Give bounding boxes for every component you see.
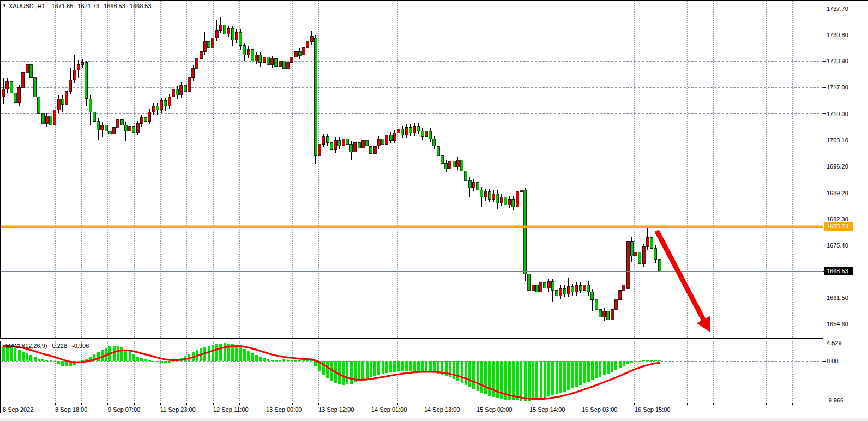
- price-axis-label: 1661.50: [827, 294, 848, 302]
- macd-histogram: [2, 343, 661, 401]
- window-bottom-strip: [0, 418, 868, 421]
- time-axis-label: 9 Sep 07:00: [108, 406, 140, 413]
- time-axis-label: 8 Sep 2022: [3, 406, 33, 413]
- time-axis-label: 13 Sep 12:00: [318, 406, 354, 413]
- symbol-timeframe-label: XAUUSD-,H1: [9, 2, 45, 10]
- symbol-dropdown-icon[interactable]: ▼: [2, 2, 7, 10]
- quote-high: 1671.73: [77, 2, 99, 10]
- chart-header: ▼ XAUUSD-,H1 1671.65 1671.73 1668.53 166…: [2, 2, 156, 10]
- price-axis-label: 1696.20: [827, 163, 848, 170]
- orange-price-tag: 1680.23: [824, 222, 853, 231]
- macd-axis-max: 4.529: [827, 339, 842, 347]
- price-axis-label: 1675.40: [827, 242, 848, 249]
- macd-axis-zero: 0.00: [827, 357, 838, 365]
- chart-canvas[interactable]: [0, 0, 868, 421]
- time-axis-label: 16 Sep 03:00: [582, 406, 617, 413]
- macd-indicator-label: MACD(12,26,9) 0.228 -0.906: [5, 342, 92, 350]
- price-axis-label: 1654.60: [827, 320, 848, 328]
- panel-splitter[interactable]: [0, 338, 823, 341]
- trend-arrow[interactable]: [656, 231, 710, 332]
- quote-close: 1668.53: [130, 2, 152, 10]
- quote-low: 1668.53: [104, 2, 125, 10]
- macd-axis-min: -9.966: [827, 396, 843, 404]
- time-axis-label: 16 Sep 15:00: [635, 406, 670, 413]
- macd-title: MACD(12,26,9): [5, 342, 47, 349]
- price-axis-label: 1730.80: [827, 31, 848, 39]
- time-axis-label: 14 Sep 01:00: [371, 406, 407, 413]
- time-axis-label: 8 Sep 18:00: [55, 406, 87, 413]
- price-axis-label: 1710.00: [827, 110, 848, 118]
- time-axis-label: 13 Sep 00:00: [266, 406, 302, 413]
- macd-value: 0.228: [52, 342, 67, 349]
- quote-open: 1671.65: [52, 2, 74, 10]
- price-axis-label: 1689.20: [827, 189, 848, 197]
- time-axis-label: 14 Sep 13:00: [424, 406, 460, 413]
- price-axis-label: 1723.90: [827, 57, 848, 65]
- price-axis-label: 1682.30: [827, 215, 848, 223]
- price-axis-label: 1717.00: [827, 83, 848, 91]
- trading-chart-window: ▼ XAUUSD-,H1 1671.65 1671.73 1668.53 166…: [0, 0, 868, 421]
- time-axis-label: 12 Sep 11:00: [213, 406, 249, 413]
- macd-signal-value: -0.906: [72, 342, 89, 349]
- time-axis-label: 15 Sep 14:00: [529, 406, 565, 413]
- price-axis-label: 1737.70: [827, 5, 848, 13]
- candles-layer: [2, 17, 661, 330]
- time-axis-label: 11 Sep 23:00: [160, 406, 196, 413]
- price-axis-label: 1703.10: [827, 136, 848, 144]
- time-axis-label: 15 Sep 02:00: [477, 406, 512, 413]
- bid-price-tag: 1668.53: [824, 267, 853, 275]
